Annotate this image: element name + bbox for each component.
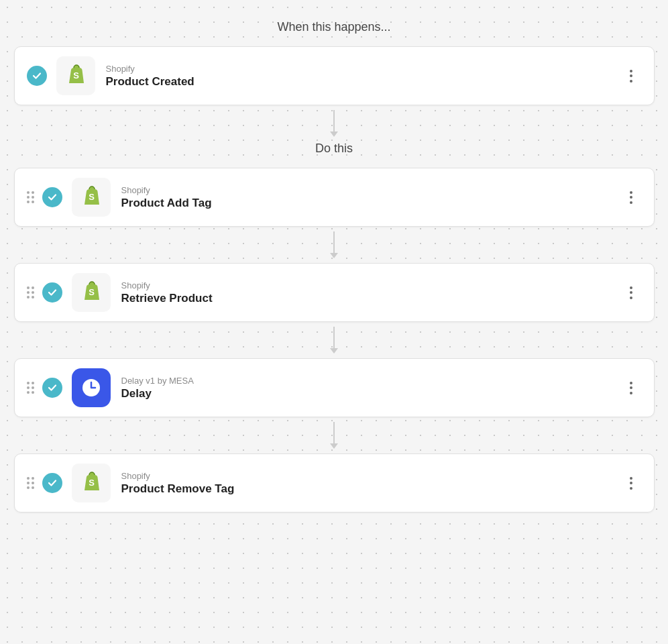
action-card-1-text: Shopify Product Add Tag (121, 185, 620, 210)
when-this-happens-label: When this happens... (13, 20, 655, 34)
drag-dot-2-1 (27, 286, 30, 289)
dot1 (630, 70, 632, 72)
action-1-action-name: Product Add Tag (121, 197, 620, 210)
drag-dot-3-2 (32, 382, 34, 384)
dot-2b (630, 291, 632, 294)
three-dots-4 (630, 477, 632, 490)
action-2-more-menu[interactable] (620, 282, 642, 303)
drag-handle-4[interactable] (27, 477, 34, 489)
drag-row-4b (27, 482, 34, 484)
drag-row-3a (27, 382, 34, 384)
trigger-card-text: Shopify Product Created (106, 64, 620, 89)
dot-2c (630, 297, 632, 299)
action-2-action-name: Retrieve Product (121, 292, 620, 305)
arrow-line-3 (333, 327, 335, 348)
dot2 (630, 74, 632, 77)
drag-dot-4-2 (32, 477, 34, 480)
shopify-bag-svg: S (56, 56, 95, 95)
three-dots-1 (630, 191, 632, 204)
connector-1 (14, 105, 655, 142)
arrowhead-4 (330, 443, 338, 449)
arrowhead-1 (330, 131, 338, 137)
arrow-2 (330, 231, 338, 258)
drag-dot-6 (32, 201, 34, 203)
drag-dot-4 (32, 196, 34, 199)
svg-text:S: S (89, 192, 95, 202)
svg-text:S: S (73, 70, 79, 80)
action-1-more-menu[interactable] (620, 186, 642, 208)
check-badge-1 (42, 187, 62, 207)
shopify-bag-svg-4: S (72, 464, 111, 502)
shopify-bag-svg-1: S (72, 178, 111, 217)
action-card-1: S Shopify Product Add Tag (14, 168, 655, 227)
drag-row-4a (27, 477, 34, 480)
drag-dot-4-5 (27, 486, 30, 489)
drag-dot-3-4 (32, 386, 34, 389)
action-1-app-name: Shopify (121, 185, 620, 195)
drag-handle-3[interactable] (27, 382, 34, 394)
dot-2a (630, 286, 632, 289)
do-this-label: Do this (13, 142, 655, 156)
connector-3 (14, 322, 655, 358)
shopify-icon-4: S (72, 464, 111, 502)
dot-4c (630, 487, 632, 490)
drag-dot-3-6 (32, 391, 34, 394)
drag-row-1a (27, 191, 34, 194)
action-card-3-text: Delay v1 by MESA Delay (121, 376, 620, 400)
check-badge-trigger (27, 66, 47, 86)
arrowhead-3 (330, 348, 338, 354)
arrow-1 (330, 110, 338, 137)
dot3 (630, 80, 632, 83)
clock-icon (79, 376, 103, 400)
arrow-line-2 (333, 231, 335, 253)
action-4-app-name: Shopify (121, 471, 620, 481)
dot-3c (630, 392, 632, 394)
action-card-4-text: Shopify Product Remove Tag (121, 471, 620, 496)
drag-dot-2-4 (32, 291, 34, 294)
drag-dot-2-5 (27, 296, 30, 299)
trigger-more-menu[interactable] (620, 65, 642, 87)
dot-3b (630, 386, 632, 389)
dot-3a (630, 382, 632, 384)
drag-row-2c (27, 296, 34, 299)
arrow-4 (330, 422, 338, 449)
shopify-bag-svg-2: S (72, 273, 111, 312)
drag-row-4c (27, 486, 34, 489)
action-card-4: S Shopify Product Remove Tag (14, 453, 655, 513)
drag-dot-3 (27, 196, 30, 199)
trigger-card: S Shopify Product Created (14, 46, 655, 105)
drag-dot-2-3 (27, 291, 30, 294)
three-dots-3 (630, 382, 632, 394)
arrow-line-4 (333, 422, 335, 443)
action-card-2-text: Shopify Retrieve Product (121, 280, 620, 305)
check-icon-1 (47, 192, 58, 203)
workflow-canvas: When this happens... S Shopify (0, 0, 668, 644)
check-badge-3 (42, 378, 62, 398)
action-4-more-menu[interactable] (620, 472, 642, 494)
drag-handle-1[interactable] (27, 191, 34, 203)
action-3-more-menu[interactable] (620, 377, 642, 398)
check-badge-4 (42, 473, 62, 493)
action-card-3: Delay v1 by MESA Delay (14, 358, 655, 417)
action-3-action-name: Delay (121, 387, 620, 400)
drag-row-3c (27, 391, 34, 394)
drag-dot-2-6 (32, 296, 34, 299)
drag-row-2b (27, 291, 34, 294)
action-2-app-name: Shopify (121, 280, 620, 290)
dot-4b (630, 482, 632, 484)
drag-row-1b (27, 196, 34, 199)
drag-dot-2-2 (32, 286, 34, 289)
drag-handle-2[interactable] (27, 286, 34, 299)
action-card-2: S Shopify Retrieve Product (14, 263, 655, 322)
connector-4 (14, 417, 655, 453)
arrow-line-1 (333, 110, 335, 131)
dot-4a (630, 477, 632, 480)
check-icon-2 (47, 287, 58, 298)
drag-dot-4-1 (27, 477, 30, 480)
trigger-app-name: Shopify (106, 64, 620, 74)
check-icon (32, 70, 42, 81)
check-icon-3 (47, 382, 58, 393)
arrowhead-2 (330, 253, 338, 258)
drag-dot-3-1 (27, 382, 30, 384)
svg-text:S: S (89, 478, 95, 488)
